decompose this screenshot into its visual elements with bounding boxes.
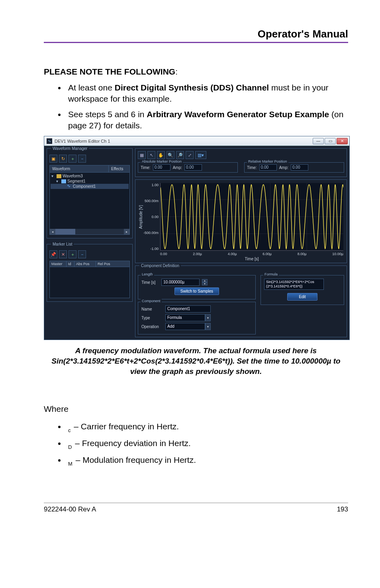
new-waveform-icon[interactable]: ▣ xyxy=(49,155,57,163)
waveform-table-header: Waveform Effects xyxy=(49,165,130,173)
where-text: – Modulation frequency in Hertz. xyxy=(73,455,196,464)
waveform-manager-title: Waveform Manager xyxy=(51,146,89,151)
note-heading-colon: : xyxy=(175,67,178,76)
minimize-button[interactable]: — xyxy=(313,138,324,144)
type-combo[interactable]: Formula▼ xyxy=(165,314,211,321)
col-abspos[interactable]: Abs Pos xyxy=(74,261,96,267)
time-input[interactable]: 10.000000µ xyxy=(161,279,200,286)
abs-amp-field[interactable]: 0.00 xyxy=(184,164,202,171)
header-rule xyxy=(44,42,348,43)
scroll-right-icon[interactable]: ▸ xyxy=(124,229,129,234)
waveform-svg xyxy=(161,183,343,250)
y-tick: -500.00m xyxy=(143,231,159,235)
hand-icon[interactable]: ✋ xyxy=(157,151,165,159)
y-tick: 500.00m xyxy=(145,199,159,203)
sub-d: D xyxy=(68,444,72,450)
x-tick: 4.00µ xyxy=(228,252,237,256)
where-item-modulation: M – Modulation frequency in Hertz. xyxy=(66,454,348,467)
page-footer: 922244-00 Rev A 193 xyxy=(44,505,348,513)
x-tick: 0.00 xyxy=(160,252,167,256)
titlebar[interactable]: ∿ DEV1 Waveform Editor Ch 1 — ▭ ✕ xyxy=(44,136,349,146)
formula-line2: (2*3.141592*0.4*E6*t)) xyxy=(266,284,303,288)
grid-icon[interactable]: ▦ xyxy=(138,151,146,159)
marker-table-body[interactable] xyxy=(49,267,130,298)
y-tick: 0.00 xyxy=(151,215,159,219)
rel-amp-label: Amp: xyxy=(279,165,288,170)
tree-label: Component1 xyxy=(73,184,96,189)
cursor-icon[interactable]: ↖ xyxy=(147,151,155,159)
sub-c: c xyxy=(68,427,71,433)
name-label: Name xyxy=(141,307,163,311)
b2-bold: Arbitrary Waveform Generator Setup Examp… xyxy=(147,110,329,119)
footer-page-number: 193 xyxy=(337,505,348,513)
where-item-carrier: c – Carrier frequency in Hertz. xyxy=(66,420,348,434)
col-master[interactable]: Master xyxy=(50,261,67,267)
footer-revision: 922244-00 Rev A xyxy=(44,505,96,513)
export-icon[interactable]: ▥▾ xyxy=(195,151,206,159)
marker-minus-icon[interactable]: － xyxy=(78,250,86,258)
spin-up-icon[interactable]: ▲ xyxy=(202,279,208,282)
waveform-tree[interactable]: ▾ Waveform3 ▾ Segment1 Component xyxy=(49,173,130,235)
fit-icon[interactable]: ⤢ xyxy=(186,151,194,159)
refresh-icon[interactable]: ↻ xyxy=(59,155,67,163)
rel-time-field[interactable]: 0.00 xyxy=(259,164,277,171)
col-relpos[interactable]: Rel Pos xyxy=(96,261,129,267)
collapse-icon[interactable]: ▾ xyxy=(56,179,60,183)
time-spinner[interactable]: ▲▼ xyxy=(202,279,208,285)
figure-caption: A frequency modulation waveform. The act… xyxy=(48,346,344,376)
tree-node-component[interactable]: Component1 xyxy=(51,184,129,189)
component-definition-panel: Component Definition Length Time [s] 10.… xyxy=(135,265,347,337)
y-axis-label: Amplitude [V] xyxy=(139,183,144,251)
close-button[interactable]: ✕ xyxy=(337,138,348,144)
chevron-down-icon[interactable]: ▼ xyxy=(205,323,211,330)
formula-display: Sin(2*3.141592*2*E6*t+2*Cos (2*3.141592*… xyxy=(264,279,324,290)
tree-node-waveform[interactable]: ▾ Waveform3 xyxy=(51,173,129,179)
page-header-title: Operator's Manual xyxy=(44,28,348,42)
where-item-deviation: D – Frequency deviation in Hertz. xyxy=(66,437,348,450)
window-title: DEV1 Waveform Editor Ch 1 xyxy=(55,139,110,144)
x-axis-ticks: 0.00 2.00µ 4.00µ 6.00µ 8.00µ 10.00µ xyxy=(160,251,343,256)
scroll-thumb[interactable] xyxy=(55,229,75,234)
edit-formula-button[interactable]: Edit xyxy=(287,293,317,301)
switch-to-samples-button[interactable]: Switch to Samples xyxy=(174,287,219,295)
spin-down-icon[interactable]: ▼ xyxy=(202,282,208,285)
segment-icon xyxy=(61,179,66,183)
formula-line1: Sin(2*3.141592*2*E6*t+2*Cos xyxy=(266,280,314,284)
x-tick: 2.00µ xyxy=(193,252,202,256)
y-axis-ticks: 1.00 500.00m 0.00 -500.00m -1.00 xyxy=(144,183,160,251)
marker-delete-icon[interactable]: ✕ xyxy=(59,250,67,258)
col-id[interactable]: Id xyxy=(67,261,74,267)
tree-hscrollbar[interactable]: ◂ ▸ xyxy=(50,229,129,234)
b1-pre: At least one xyxy=(68,83,115,92)
marker-plus-icon[interactable]: ＋ xyxy=(69,250,76,258)
maximize-button[interactable]: ▭ xyxy=(325,138,336,144)
scroll-track[interactable] xyxy=(55,229,124,234)
name-input[interactable]: Component1 xyxy=(165,305,211,313)
collapse-icon[interactable]: ▾ xyxy=(51,174,55,178)
chevron-down-icon[interactable]: ▼ xyxy=(205,314,211,321)
operation-combo[interactable]: Add▼ xyxy=(165,323,211,330)
tree-node-segment[interactable]: ▾ Segment1 xyxy=(51,179,129,184)
abs-marker-title: Absolute Marker Position xyxy=(141,159,183,163)
waveform-plot[interactable] xyxy=(160,183,343,251)
marker-list-title: Marker List xyxy=(51,242,74,246)
col-effects[interactable]: Effects xyxy=(109,165,129,172)
zoom-out-icon[interactable]: 🔎 xyxy=(176,151,184,159)
abs-time-field[interactable]: 0.00 xyxy=(153,164,170,171)
rel-marker-title: Relative Marker Position xyxy=(247,159,288,163)
sub-m: M xyxy=(68,461,72,467)
absolute-marker-group: Absolute Marker Position Time: 0.00 Amp:… xyxy=(138,162,238,173)
time-label: Time [s] xyxy=(141,280,159,285)
scroll-left-icon[interactable]: ◂ xyxy=(50,229,55,234)
abs-amp-label: Amp: xyxy=(173,165,182,170)
folder-icon xyxy=(57,174,61,178)
col-waveform[interactable]: Waveform xyxy=(50,165,109,172)
zoom-in-icon[interactable]: 🔍 xyxy=(166,151,174,159)
add-icon[interactable]: ＋ xyxy=(69,155,76,163)
b1-bold: Direct Digital Synthesis (DDS) Channel xyxy=(115,83,269,92)
waveform-manager-panel: Waveform Manager ▣ ↻ ＋ － Waveform Effect… xyxy=(47,148,133,238)
marker-add-icon[interactable]: 📌 xyxy=(49,250,57,258)
rel-amp-field[interactable]: 0.00 xyxy=(291,164,308,171)
note-heading-text: PLEASE NOTE THE FOLLOWING xyxy=(44,67,175,76)
remove-icon[interactable]: － xyxy=(78,155,86,163)
